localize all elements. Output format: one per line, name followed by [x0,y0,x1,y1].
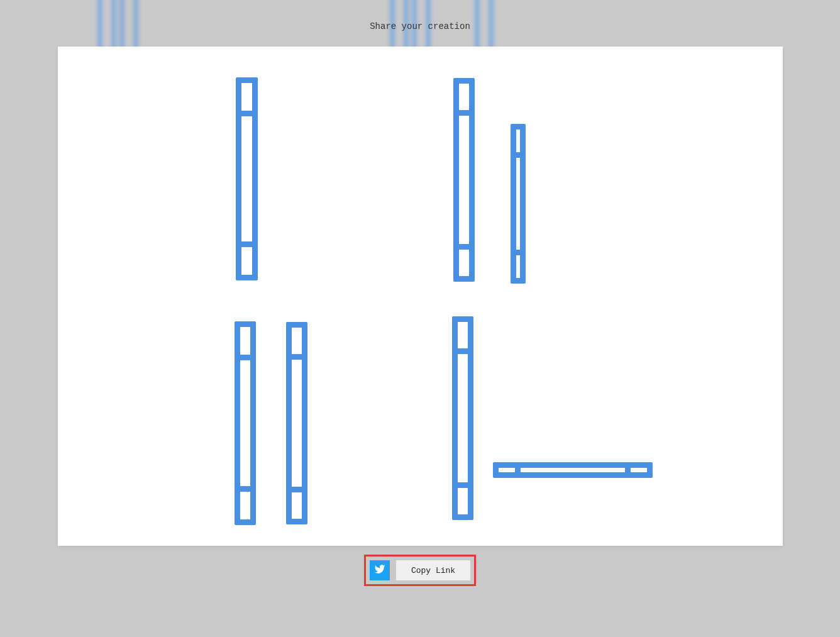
bar-divider [516,152,520,158]
bar-divider [292,354,302,360]
bar-divider [458,348,468,354]
canvas-bar [453,78,475,282]
bar-divider [459,110,469,116]
bar-divider [292,487,302,492]
canvas-bar [286,322,307,524]
modal-title: Share your creation [370,21,470,31]
bar-divider [625,468,631,472]
bar-divider [459,244,469,250]
bar-divider [240,355,250,360]
bar-divider [515,468,521,472]
bar-divider [458,482,468,488]
bar-divider [241,111,252,116]
canvas-bar [236,77,258,280]
bar-divider [516,250,520,255]
canvas-bar [452,316,473,520]
creation-canvas [58,47,783,546]
bar-divider [240,486,250,492]
share-modal: Share your creation Copy Link [0,0,840,637]
bar-divider [241,241,252,247]
twitter-share-button[interactable] [370,560,390,580]
share-actions-highlight: Copy Link [364,555,476,586]
canvas-bar [235,321,256,525]
canvas-bar [511,124,526,284]
copy-link-button[interactable]: Copy Link [396,560,470,580]
canvas-bar [493,462,653,478]
twitter-icon [374,563,385,578]
